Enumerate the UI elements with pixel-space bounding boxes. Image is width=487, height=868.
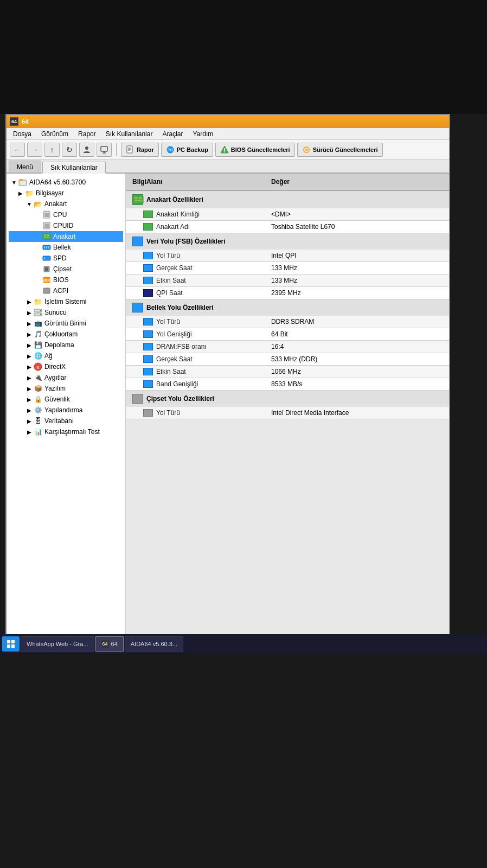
menu-yardim[interactable]: Yardım [188,129,217,139]
sidebar-item-ag[interactable]: ▶ 🌐 Ağ [9,350,123,361]
tab-sik[interactable]: Sık Kullanılanlar [42,162,106,174]
surucu-label: Sürücü Güncellemeleri [313,146,378,153]
sidebar-item-guvenlik[interactable]: ▶ 🔒 Güvenlik [9,394,123,405]
pcbackup-button[interactable]: PC PC Backup [161,143,213,157]
bellek-icon [42,243,51,252]
section-bellek-yolu: Bellek Yolu Özellikleri Yol Türü DDR3 SD… [126,299,449,391]
taskbar-aida[interactable]: AIDA64 v5.60.3... [125,636,183,652]
coklu-icon: 🎵 [34,330,42,339]
sidebar-item-cokluortam[interactable]: ▶ 🎵 Çokluortam [9,329,123,340]
table-row: Anakart Adı Toshiba Satellite L670 [126,221,449,233]
sidebar-item-aygitlar[interactable]: ▶ 🔌 Aygıtlar [9,372,123,383]
sidebar-item-bilgisayar[interactable]: ▶ 📁 Bilgisayar [9,188,123,199]
anakart-icon [42,232,51,241]
sidebar-item-directx[interactable]: ▶ X DirectX [9,361,123,372]
taskbar-64-icon: 64 [101,640,109,648]
sidebar-item-sunucu[interactable]: ▶ Sunucu [9,307,123,318]
section-header-cipset: Çipset Yolu Özellikleri [126,391,449,407]
ag-label: Ağ [44,352,53,360]
row-label: Yol Genişliği [126,328,267,340]
menu-araclar[interactable]: Araçlar [158,129,187,139]
svg-rect-52 [11,644,15,648]
sidebar-item-karsilastirma[interactable]: ▶ 📊 Karşılaştırmalı Test [9,426,123,437]
bilgisayar-icon: 📁 [25,189,34,197]
section-veri-title: Veri Yolu (FSB) Özellikleri [146,238,226,245]
sidebar-item-anakart-group[interactable]: ▼ 📂 Anakart [9,199,123,209]
toolbar-separator [116,143,117,156]
sidebar-item-spd[interactable]: ▶ SPD [9,253,123,264]
window-title: 64 [22,118,28,125]
row-label: Yol Türü [126,407,267,419]
veritabani-label: Veritabanı [44,417,74,425]
row-value: DDR3 SDRAM [267,316,449,328]
title-bar: 64 64 [7,115,449,128]
menu-sik[interactable]: Sık Kullanılanlar [101,129,157,139]
sidebar-item-anakart[interactable]: ▶ Anakart [9,231,123,242]
menu-bar: Dosya Görünüm Rapor Sık Kullanılanlar Ar… [7,128,449,140]
table-row: Yol Türü DDR3 SDRAM [126,316,449,328]
sidebar-item-cpu[interactable]: ▶ CPU [9,209,123,220]
taskbar-whatsapp[interactable]: WhatsApp Web - Gra... [21,636,94,652]
aygitlar-label: Aygıtlar [44,374,66,381]
forward-button[interactable]: → [27,143,42,157]
up-button[interactable]: ↑ [44,143,60,157]
bilgisayar-expand-icon: ▶ [17,190,24,196]
row-value: 533 MHz (DDR) [267,353,449,365]
sunucu-label: Sunucu [44,309,67,316]
anakart-group-icon: 📂 [34,200,42,208]
svg-rect-16 [19,179,23,181]
user-button[interactable] [79,143,94,157]
row-value: 1066 MHz [267,366,449,378]
sidebar-item-yapilandirma[interactable]: ▶ ⚙️ Yapılandırma [9,405,123,416]
menu-rapor[interactable]: Rapor [74,129,100,139]
menu-dosya[interactable]: Dosya [9,129,36,139]
main-panel: BilgiAlanı Değer Anakart Özellikleri Ana… [126,174,449,644]
bios-button[interactable]: BIOS Güncellemeleri [215,143,295,157]
row-label: Anakart Adı [126,221,267,233]
bilgisayar-label: Bilgisayar [36,189,64,197]
section-cipset-title: Çipset Yolu Özellikleri [146,395,214,403]
svg-rect-33 [44,257,45,259]
sidebar-item-bellek[interactable]: ▶ Bellek [9,242,123,253]
menu-gorunum[interactable]: Görünüm [37,129,73,139]
sidebar-item-bios[interactable]: ▶ BIOS BIOS [9,275,123,285]
sidebar-item-acpi[interactable]: ▶ ACPI [9,285,123,296]
surucu-button[interactable]: Sürücü Güncellemeleri [297,143,383,157]
cpuid-label: CPUID [53,222,73,229]
start-button[interactable] [2,636,20,652]
taskbar-64[interactable]: 64 64 [95,636,124,652]
content-area: ▼ AIDA64 v5.60.3700 ▶ 📁 Bilgisayar ▼ 📂 [7,174,449,644]
svg-rect-23 [44,224,49,228]
section-cipset-yolu: Çipset Yolu Özellikleri Yol Türü Intel D… [126,391,449,419]
back-button[interactable]: ← [10,143,25,157]
tree-root-item[interactable]: ▼ AIDA64 v5.60.3700 [9,177,123,188]
sidebar-item-yazilim[interactable]: ▶ 📦 Yazılım [9,383,123,394]
sidebar-item-goruntu[interactable]: ▶ 📺 Görüntü Birimi [9,318,123,329]
monitor-button[interactable] [97,143,112,157]
row-icon [143,380,153,388]
surucu-icon [302,145,311,154]
sidebar-item-isletim[interactable]: ▶ 📁 İşletim Sistemi [9,296,123,307]
sidebar-item-veritabani[interactable]: ▶ 🗄 Veritabanı [9,416,123,426]
svg-rect-48 [134,200,142,201]
sidebar-item-cpuid[interactable]: ▶ CPUID [9,220,123,231]
row-value: 133 MHz [267,262,449,274]
yazilim-label: Yazılım [44,385,66,392]
refresh-button[interactable]: ↻ [62,143,77,157]
sidebar-item-depolama[interactable]: ▶ 💾 Depolama [9,340,123,350]
photo-background [0,0,487,114]
sidebar-item-cipset[interactable]: ▶ Çipset [9,264,123,275]
cipset-icon [42,265,51,273]
row-icon [143,277,153,284]
table-row: Gerçek Saat 533 MHz (DDR) [126,353,449,366]
acpi-icon [42,286,51,295]
row-label: Etkin Saat [126,366,267,378]
svg-rect-47 [139,197,142,199]
row-label: DRAM:FSB oranı [126,341,267,353]
svg-text:BIOS: BIOS [42,278,51,282]
row-label: Yol Türü [126,250,267,261]
tab-menu[interactable]: Menü [9,161,41,173]
coklu-label: Çokluortam [44,330,78,338]
rapor-button[interactable]: Rapor [121,143,159,157]
cpuid-icon [42,221,51,230]
